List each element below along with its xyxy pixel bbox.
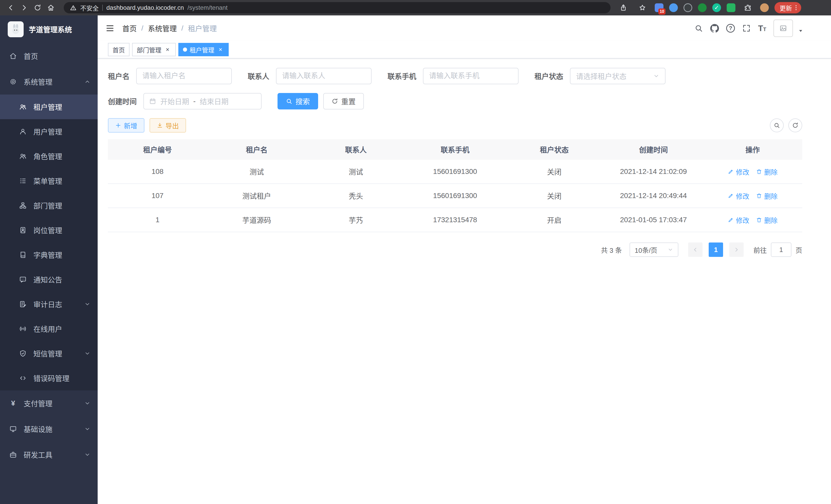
close-icon[interactable]: ×: [164, 46, 171, 53]
breadcrumb-separator: /: [141, 24, 143, 32]
avatar-caret-button[interactable]: [798, 28, 803, 33]
next-page-button[interactable]: [729, 242, 744, 257]
sidebar-item-label: 短信管理: [33, 348, 62, 359]
breadcrumb-current: 租户管理: [188, 23, 217, 33]
help-button[interactable]: ?: [726, 24, 735, 33]
sidebar-item-home[interactable]: 首页: [0, 43, 98, 69]
column-header: 操作: [703, 144, 802, 155]
close-icon[interactable]: ×: [217, 46, 224, 53]
bookmark-button[interactable]: [636, 1, 649, 14]
post-badge-icon: [19, 226, 27, 234]
sidebar-group-sms[interactable]: 短信管理: [0, 341, 98, 366]
delete-link[interactable]: 删除: [756, 215, 778, 225]
warning-icon: [70, 4, 77, 11]
browser-back-button[interactable]: [4, 1, 18, 14]
sidebar-item-tenant[interactable]: 租户管理: [0, 94, 98, 119]
user-avatar[interactable]: [773, 20, 793, 37]
cell-tenant-name: 测试租户: [207, 190, 306, 201]
search-icon: [286, 98, 292, 105]
sidebar-item-dict[interactable]: 字典管理: [0, 242, 98, 267]
page-number-button[interactable]: 1: [709, 242, 723, 257]
font-size-icon: T: [758, 24, 763, 33]
font-size-button[interactable]: TT: [758, 24, 766, 32]
tag-tenant[interactable]: 租户管理 ×: [178, 43, 229, 56]
caret-down-icon: [798, 28, 803, 33]
sidebar-item-menu[interactable]: 菜单管理: [0, 169, 98, 193]
tenant-name-input[interactable]: [136, 68, 232, 84]
reset-button[interactable]: 重置: [323, 93, 364, 110]
browser-home-button[interactable]: [44, 1, 58, 14]
cell-created: 2021-01-05 17:03:47: [604, 216, 703, 224]
breadcrumb-section[interactable]: 系统管理: [148, 23, 177, 33]
browser-forward-button[interactable]: [18, 1, 31, 14]
delete-link[interactable]: 删除: [756, 167, 778, 176]
sidebar-group-pay[interactable]: ¥ 支付管理: [0, 390, 98, 416]
sidebar-item-dept[interactable]: 部门管理: [0, 193, 98, 218]
cell-contact: 秃头: [306, 190, 405, 201]
code-brackets-icon: [19, 374, 27, 382]
share-button[interactable]: [617, 1, 630, 14]
browser-update-button[interactable]: 更新: [774, 2, 801, 13]
breadcrumb-home[interactable]: 首页: [122, 23, 137, 33]
search-button[interactable]: 搜索: [278, 93, 318, 110]
filter-row-1: 租户名 联系人 联系手机 租户状态 请选择租户状态: [108, 68, 802, 84]
github-link[interactable]: [710, 24, 719, 33]
sidebar-group-system[interactable]: 系统管理: [0, 69, 98, 94]
search-icon: [773, 122, 780, 129]
edit-link[interactable]: 修改: [728, 191, 749, 201]
add-button[interactable]: 新增: [108, 118, 144, 132]
cell-actions: 修改 删除: [703, 167, 802, 176]
delete-link[interactable]: 删除: [756, 191, 778, 201]
prev-page-button[interactable]: [688, 242, 703, 257]
sidebar-group-audit-log[interactable]: 审计日志: [0, 292, 98, 317]
goto-page-input[interactable]: [771, 242, 792, 257]
app-logo[interactable]: 芋道管理系统: [0, 16, 98, 43]
date-range-picker[interactable]: 开始日期 - 结束日期: [143, 93, 262, 110]
extension-icon-4[interactable]: [698, 3, 707, 12]
edit-link[interactable]: 修改: [728, 215, 749, 225]
url-divider: [102, 5, 103, 11]
sidebar-group-devtools[interactable]: 研发工具: [0, 442, 98, 468]
tag-dept[interactable]: 部门管理 ×: [132, 43, 176, 56]
browser-refresh-button[interactable]: [31, 1, 44, 14]
tag-home[interactable]: 首页: [108, 43, 130, 56]
sidebar-item-post[interactable]: 岗位管理: [0, 218, 98, 242]
gear-icon: [9, 78, 17, 86]
fullscreen-button[interactable]: [742, 24, 751, 33]
extension-icon-1[interactable]: 10: [655, 3, 663, 12]
extension-icon-5[interactable]: ✓: [712, 3, 721, 12]
page-size-select[interactable]: 10条/页: [630, 242, 678, 257]
sidebar-item-role[interactable]: 角色管理: [0, 144, 98, 169]
back-icon: [7, 4, 15, 11]
search-icon: [694, 24, 703, 33]
refresh-table-button[interactable]: [789, 118, 802, 132]
extension-icon-3[interactable]: [684, 3, 692, 12]
home-icon: [9, 52, 17, 60]
sidebar-item-user[interactable]: 用户管理: [0, 119, 98, 144]
collapse-sidebar-button[interactable]: [98, 24, 122, 33]
sidebar-group-infra[interactable]: 基础设施: [0, 416, 98, 442]
chevron-down-icon: [653, 73, 659, 79]
rabbit-logo-icon: [9, 23, 22, 36]
contact-input[interactable]: [276, 68, 372, 84]
extension-icon-2[interactable]: [669, 3, 678, 12]
profile-avatar[interactable]: [760, 3, 769, 12]
sidebar-item-notice[interactable]: 通知公告: [0, 267, 98, 292]
status-select[interactable]: 请选择租户状态: [570, 68, 665, 84]
cell-status: 关闭: [505, 167, 604, 177]
extensions-menu-button[interactable]: [741, 1, 754, 14]
toggle-search-button[interactable]: [770, 118, 784, 132]
edit-link[interactable]: 修改: [728, 167, 749, 176]
sidebar-item-error-code[interactable]: 错误码管理: [0, 366, 98, 390]
address-bar[interactable]: 不安全 dashboard.yudao.iocoder.cn/system/te…: [64, 2, 610, 13]
delete-trash-icon: [756, 217, 762, 223]
sidebar-item-online-user[interactable]: 在线用户: [0, 317, 98, 341]
column-header: 租户编号: [108, 144, 207, 155]
header-search-button[interactable]: [694, 24, 703, 33]
extension-icon-6[interactable]: [727, 3, 736, 12]
export-button[interactable]: 导出: [149, 118, 186, 132]
calendar-icon: [149, 98, 156, 105]
not-secure-label: 不安全: [80, 3, 99, 12]
tags-view: 首页 部门管理 × 租户管理 ×: [98, 41, 831, 59]
phone-input[interactable]: [423, 68, 519, 84]
